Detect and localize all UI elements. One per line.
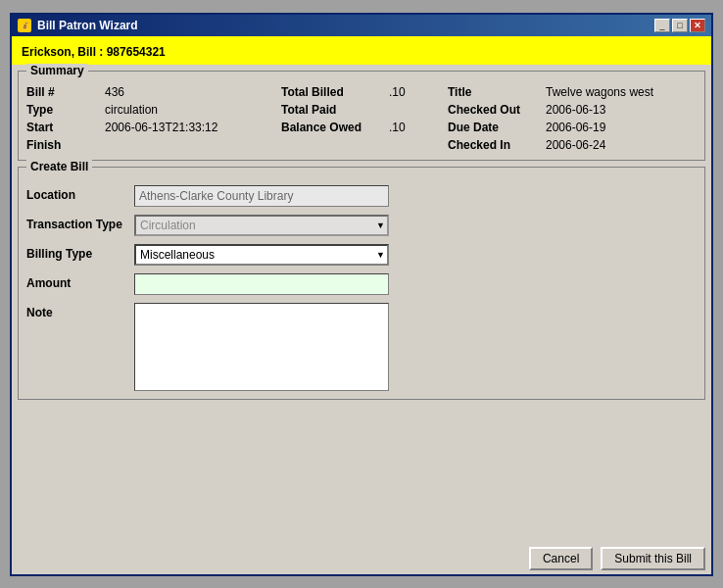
empty-value-1 — [389, 138, 448, 152]
due-date-label: Due Date — [448, 121, 546, 134]
checked-in-label: Checked In — [448, 138, 546, 152]
create-bill-panel: Create Bill Location Transaction Type Ci… — [18, 167, 705, 400]
checked-in-value: 2006-06-24 — [546, 138, 697, 152]
title-label: Title — [448, 85, 546, 99]
amount-input[interactable] — [134, 273, 389, 295]
checked-out-value: 2006-06-13 — [546, 103, 697, 117]
type-value: circulation — [105, 103, 281, 117]
title-value: Twelve wagons west — [546, 85, 697, 99]
note-label: Note — [26, 303, 134, 319]
type-label: Type — [26, 103, 105, 117]
bill-value: 436 — [105, 85, 281, 99]
total-paid-label: Total Paid — [281, 103, 389, 117]
transaction-type-wrapper: Circulation — [134, 215, 389, 236]
title-bar-buttons: _ □ ✕ — [654, 19, 705, 32]
finish-label: Finish — [26, 138, 105, 152]
location-input — [134, 185, 389, 207]
finish-value — [105, 138, 281, 152]
balance-owed-label: Balance Owed — [281, 121, 389, 134]
main-window: 💰 Bill Patron Wizard _ □ ✕ Erickson, Bil… — [10, 13, 713, 576]
balance-owed-value: .10 — [389, 121, 448, 134]
patron-name: Erickson, Bill : 987654321 — [22, 45, 166, 59]
minimize-button[interactable]: _ — [654, 19, 670, 32]
window-title: Bill Patron Wizard — [37, 19, 138, 32]
title-bar: 💰 Bill Patron Wizard _ □ ✕ — [12, 15, 711, 36]
checked-out-label: Checked Out — [448, 103, 546, 117]
bottom-buttons: Cancel Submit this Bill — [12, 543, 711, 574]
billing-type-wrapper[interactable]: Miscellaneous — [134, 244, 389, 266]
window-body: Summary Bill # 436 Total Billed .10 Titl… — [12, 65, 711, 543]
form-grid: Location Transaction Type Circulation Bi… — [26, 185, 697, 391]
maximize-button[interactable]: □ — [672, 19, 688, 32]
window-icon: 💰 — [18, 19, 31, 32]
billing-type-select[interactable]: Miscellaneous — [134, 244, 389, 266]
total-paid-value — [389, 103, 448, 117]
create-bill-title: Create Bill — [26, 160, 92, 173]
start-value: 2006-06-13T21:33:12 — [105, 121, 281, 134]
transaction-type-label: Transaction Type — [26, 215, 134, 231]
submit-button[interactable]: Submit this Bill — [601, 547, 705, 570]
note-textarea[interactable] — [134, 303, 389, 391]
total-billed-value: .10 — [389, 85, 448, 99]
bill-label: Bill # — [26, 85, 105, 99]
patron-header: Erickson, Bill : 987654321 — [12, 36, 711, 65]
amount-label: Amount — [26, 273, 134, 290]
location-label: Location — [26, 185, 134, 202]
title-bar-left: 💰 Bill Patron Wizard — [18, 19, 138, 32]
close-button[interactable]: ✕ — [690, 19, 705, 32]
summary-content: Bill # 436 Total Billed .10 Title Twelve… — [26, 85, 697, 152]
total-billed-label: Total Billed — [281, 85, 389, 99]
start-label: Start — [26, 121, 105, 134]
billing-type-label: Billing Type — [26, 244, 134, 261]
transaction-type-select: Circulation — [134, 215, 389, 236]
summary-panel: Summary Bill # 436 Total Billed .10 Titl… — [18, 71, 705, 161]
cancel-button[interactable]: Cancel — [529, 547, 593, 570]
spacer — [18, 406, 705, 537]
summary-title: Summary — [26, 64, 88, 77]
due-date-value: 2006-06-19 — [546, 121, 697, 134]
empty-label-1 — [281, 138, 389, 152]
